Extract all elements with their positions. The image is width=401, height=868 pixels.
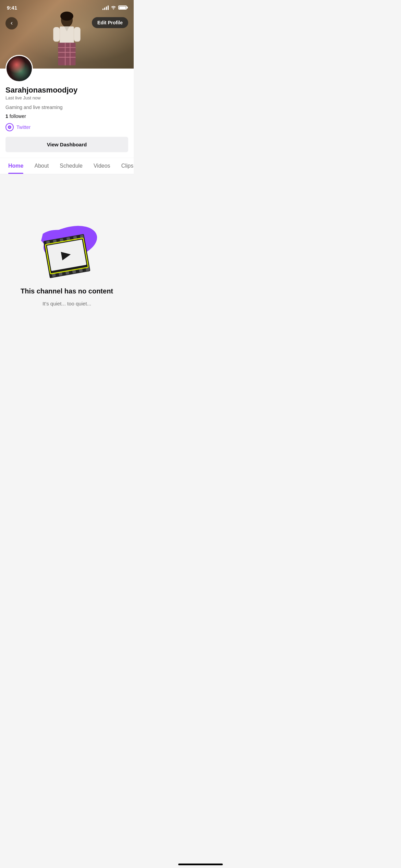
battery-icon [118, 5, 127, 10]
empty-state: This channel has no content It's quiet..… [21, 213, 113, 306]
svg-rect-10 [53, 27, 60, 42]
tabs-container: Home About Schedule Videos Clips [0, 158, 134, 174]
tab-clips[interactable]: Clips [116, 158, 134, 174]
status-bar: 9:41 [0, 0, 134, 15]
avatar-container [5, 55, 33, 82]
cover-person-decoration [46, 10, 87, 69]
last-live: Last live Just now [5, 95, 128, 100]
follower-label: follower [10, 113, 26, 119]
svg-rect-11 [74, 27, 81, 42]
back-button[interactable] [5, 17, 18, 29]
twitter-label: Twitter [16, 124, 31, 130]
wifi-icon [111, 5, 116, 11]
tab-schedule[interactable]: Schedule [54, 158, 88, 174]
follower-number: 1 [5, 113, 8, 119]
followers-count: 1 follower [5, 113, 128, 119]
tab-videos[interactable]: Videos [88, 158, 116, 174]
username: Sarahjonasmoodjoy [5, 86, 128, 95]
empty-state-subtitle: It's quiet... too quiet... [42, 301, 91, 306]
film-illustration [33, 213, 101, 282]
view-dashboard-button[interactable]: View Dashboard [5, 137, 128, 152]
status-time: 9:41 [7, 5, 17, 11]
avatar-image [7, 56, 32, 81]
twitter-icon [5, 123, 14, 131]
edit-profile-button[interactable]: Edit Profile [92, 17, 128, 28]
bio: Gaming and live streaming [5, 105, 128, 110]
status-icons [102, 5, 127, 11]
profile-section: Sarahjonasmoodjoy Last live Just now Gam… [0, 69, 134, 158]
empty-state-title: This channel has no content [21, 287, 113, 295]
svg-rect-4 [58, 43, 76, 65]
tab-home[interactable]: Home [3, 158, 29, 174]
twitter-link[interactable]: Twitter [5, 123, 128, 131]
signal-icon [102, 5, 109, 10]
avatar [5, 55, 33, 82]
tab-about[interactable]: About [29, 158, 54, 174]
content-area: This channel has no content It's quiet..… [0, 174, 134, 346]
